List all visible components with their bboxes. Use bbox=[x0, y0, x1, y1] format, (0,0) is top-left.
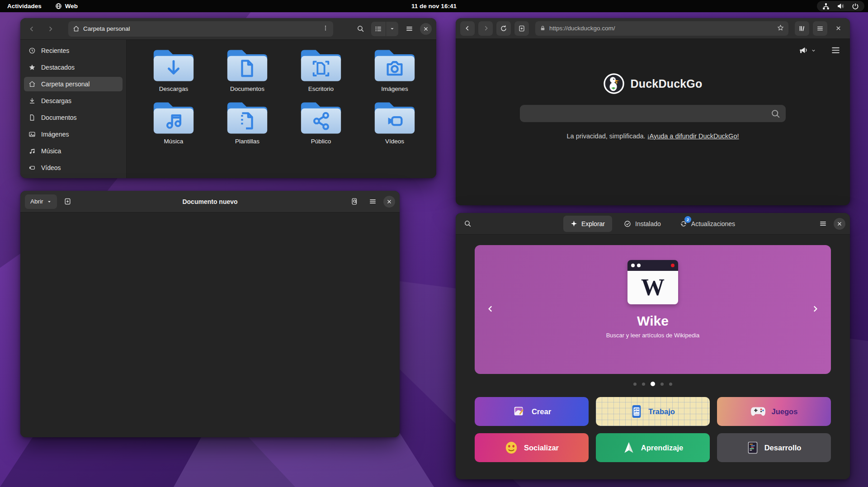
open-document-button[interactable]: Abrir bbox=[25, 194, 57, 209]
library-button[interactable] bbox=[795, 21, 809, 36]
view-options-dropdown[interactable] bbox=[386, 22, 398, 36]
search-document-icon bbox=[351, 198, 359, 205]
hamburger-icon bbox=[406, 25, 413, 33]
folder-musica[interactable]: Música bbox=[145, 99, 203, 145]
system-tray[interactable] bbox=[817, 1, 864, 11]
sidebar-item-videos[interactable]: Vídeos bbox=[24, 161, 123, 175]
carousel-dot[interactable] bbox=[633, 383, 637, 386]
path-menu-kebab-icon[interactable] bbox=[322, 24, 329, 33]
url-bar[interactable]: https://duckduckgo.com/ bbox=[535, 21, 788, 36]
category-desarrollo[interactable]: Desarrollo bbox=[717, 433, 831, 462]
category-socializar[interactable]: Socializar bbox=[475, 433, 589, 462]
new-tab-icon bbox=[518, 25, 525, 32]
back-button[interactable] bbox=[25, 22, 39, 36]
activities-button[interactable]: Actividades bbox=[7, 3, 42, 9]
document-icon bbox=[28, 114, 36, 121]
category-aprendizaje[interactable]: Aprendizaje bbox=[596, 433, 710, 462]
browser-forward-button[interactable] bbox=[478, 21, 493, 36]
search-icon bbox=[357, 25, 364, 33]
folder-documentos[interactable]: Documentos bbox=[218, 47, 276, 92]
folder-music-icon bbox=[152, 99, 195, 136]
carousel-dot[interactable] bbox=[669, 383, 672, 386]
spread-duckduckgo-button[interactable] bbox=[799, 46, 816, 54]
heart-eyes-smiley-icon bbox=[505, 441, 518, 454]
bookmark-star-icon[interactable] bbox=[777, 24, 784, 33]
folder-plantillas[interactable]: Plantillas bbox=[218, 99, 276, 145]
editor-close-button[interactable] bbox=[383, 196, 395, 208]
forward-button[interactable] bbox=[43, 22, 57, 36]
browser-menu-button[interactable] bbox=[813, 21, 827, 36]
carousel-dot[interactable] bbox=[660, 383, 664, 386]
folder-videos[interactable]: Vídeos bbox=[366, 99, 424, 145]
software-search-button[interactable] bbox=[460, 217, 475, 231]
top-bar: Actividades Web 11 de nov 16:41 bbox=[0, 0, 868, 12]
category-crear[interactable]: Crear bbox=[475, 397, 589, 426]
duckduckgo-search-box[interactable] bbox=[520, 105, 786, 122]
carousel-dot[interactable] bbox=[642, 383, 645, 386]
music-icon bbox=[28, 147, 36, 155]
software-window: Explorar Instalado 2 Actualizaciones bbox=[456, 213, 850, 479]
new-tab-button[interactable] bbox=[61, 194, 75, 209]
software-content: W Wike Buscar y leer artículos de Wikipe… bbox=[456, 235, 850, 479]
video-icon bbox=[28, 164, 36, 171]
carousel-next-button[interactable] bbox=[807, 301, 823, 318]
hamburger-icon bbox=[816, 25, 824, 32]
sidebar-item-recientes[interactable]: Recientes bbox=[24, 43, 123, 58]
folder-publico[interactable]: Público bbox=[292, 99, 350, 145]
folder-descargas[interactable]: Descargas bbox=[145, 47, 203, 92]
lock-icon bbox=[540, 25, 546, 31]
new-tab-icon bbox=[64, 198, 71, 205]
page-menu-icon[interactable] bbox=[831, 47, 840, 54]
current-path: Carpeta personal bbox=[83, 25, 130, 32]
reload-button[interactable] bbox=[496, 21, 511, 36]
browser-new-tab-button[interactable] bbox=[514, 21, 529, 36]
code-terminal-icon bbox=[747, 441, 759, 454]
sidebar-item-descargas[interactable]: Descargas bbox=[24, 94, 123, 108]
category-trabajo[interactable]: Trabajo bbox=[596, 397, 710, 426]
close-icon bbox=[837, 221, 842, 227]
sidebar-item-destacados[interactable]: Destacados bbox=[24, 60, 123, 75]
carousel-prev-button[interactable] bbox=[483, 301, 498, 318]
search-icon bbox=[464, 220, 472, 227]
list-view-button[interactable] bbox=[371, 22, 386, 36]
browser-window: https://duckduckgo.com/ bbox=[456, 18, 850, 205]
home-icon bbox=[73, 25, 80, 32]
tab-explorar[interactable]: Explorar bbox=[563, 216, 612, 232]
software-close-button[interactable] bbox=[834, 218, 845, 230]
window-dot bbox=[637, 264, 641, 267]
focused-app-menu[interactable]: Web bbox=[55, 3, 78, 9]
paper-plane-icon bbox=[623, 441, 635, 454]
folder-imagenes[interactable]: Imágenes bbox=[366, 47, 424, 92]
document-search-button[interactable] bbox=[347, 194, 362, 209]
files-menu-button[interactable] bbox=[402, 22, 416, 36]
search-button[interactable] bbox=[353, 22, 368, 36]
path-bar[interactable]: Carpeta personal bbox=[68, 21, 333, 37]
category-juegos[interactable]: Juegos bbox=[717, 397, 831, 426]
browser-viewport: DuckDuckGo La privacidad, simplificada. … bbox=[456, 39, 850, 205]
files-window: Carpeta personal bbox=[20, 18, 436, 178]
tab-instalado[interactable]: Instalado bbox=[617, 216, 668, 232]
folder-share-icon bbox=[299, 99, 343, 136]
sidebar-item-carpeta-personal[interactable]: Carpeta personal bbox=[24, 77, 123, 91]
tab-actualizaciones[interactable]: 2 Actualizaciones bbox=[673, 216, 742, 232]
download-icon bbox=[28, 97, 36, 104]
clock[interactable]: 11 de nov 16:41 bbox=[0, 3, 868, 9]
carousel-page-dots bbox=[475, 382, 831, 386]
editor-menu-button[interactable] bbox=[365, 194, 380, 209]
spread-link[interactable]: ¡Ayuda a difundir DuckDuckGo! bbox=[647, 132, 739, 140]
sidebar-item-documentos[interactable]: Documentos bbox=[24, 110, 123, 125]
files-close-button[interactable] bbox=[420, 23, 432, 35]
folder-escritorio[interactable]: Escritorio bbox=[292, 47, 350, 92]
sidebar-item-imagenes[interactable]: Imágenes bbox=[24, 127, 123, 142]
featured-app-banner[interactable]: W Wike Buscar y leer artículos de Wikipe… bbox=[475, 245, 831, 374]
carousel-dot-active[interactable] bbox=[651, 382, 655, 386]
browser-back-button[interactable] bbox=[460, 21, 475, 36]
tagline: La privacidad, simplificada. ¡Ayuda a di… bbox=[567, 132, 739, 140]
editor-text-area[interactable] bbox=[20, 213, 400, 437]
browser-close-button[interactable] bbox=[831, 21, 845, 36]
software-menu-button[interactable] bbox=[816, 217, 830, 231]
search-icon[interactable] bbox=[771, 109, 780, 118]
home-icon bbox=[28, 80, 36, 88]
sidebar-item-musica[interactable]: Música bbox=[24, 144, 123, 158]
search-input[interactable] bbox=[525, 110, 771, 118]
